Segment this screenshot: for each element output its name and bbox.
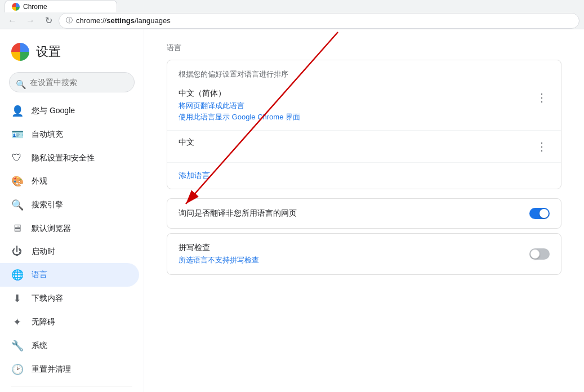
sidebar-item-system[interactable]: 🔧系统 (0, 334, 139, 358)
languages-card: 根据您的偏好设置对语言进行排序 中文（简体） 将网页翻译成此语言 使用此语言显示… (167, 60, 561, 189)
sidebar-item-label-search: 搜索引擎 (32, 200, 63, 210)
sidebar-item-label-reset: 重置并清理 (32, 364, 71, 375)
spell-check-section: 拼写检查 所选语言不支持拼写检查 (167, 233, 561, 275)
sidebar-item-privacy[interactable]: 🛡隐私设置和安全性 (0, 146, 139, 170)
google-icon: 👤 (11, 105, 23, 117)
language-content-2: 中文 (179, 137, 534, 150)
url-path: /languages (135, 16, 171, 25)
active-tab[interactable]: Chrome (5, 0, 117, 12)
language-item-2: 中文 ⋮ (167, 131, 561, 163)
language-content-1: 中文（简体） 将网页翻译成此语言 使用此语言显示 Google Chrome 界… (179, 88, 534, 123)
url-prefix: chrome:// (76, 16, 106, 25)
display-action-1[interactable]: 使用此语言显示 Google Chrome 界面 (179, 112, 534, 122)
startup-icon: ⏻ (11, 246, 23, 257)
accessibility-icon: ✦ (11, 316, 23, 328)
refresh-button[interactable]: ↻ (41, 13, 56, 29)
main-content: 语言 根据您的偏好设置对语言进行排序 中文（简体） 将网页翻译成此语言 使用此语… (144, 29, 584, 392)
spell-check-subtitle: 所选语言不支持拼写检查 (179, 255, 529, 265)
sidebar-item-appearance[interactable]: 🎨外观 (0, 170, 139, 193)
spell-toggle-knob (530, 250, 540, 259)
search-container: 🔍 (0, 70, 144, 99)
download-icon: ⬇ (11, 292, 23, 305)
add-language-link[interactable]: 添加语言 (179, 171, 210, 180)
sidebar-item-label-privacy: 隐私设置和安全性 (32, 153, 95, 163)
sidebar-item-browser[interactable]: 🖥默认浏览器 (0, 217, 139, 240)
nav-bar: ← → ↻ ⓘ chrome://settings/languages (0, 12, 584, 29)
sidebar-item-autofill[interactable]: 🪪自动填充 (0, 123, 139, 146)
security-icon: ⓘ (66, 16, 73, 25)
language-menu-1[interactable]: ⋮ (534, 88, 550, 106)
sidebar-item-startup[interactable]: ⏻启动时 (0, 240, 139, 263)
sidebar-item-label-appearance: 外观 (32, 176, 47, 186)
sidebar-item-label-google: 您与 Google (32, 106, 75, 116)
search-icon: 🔍 (16, 79, 26, 90)
sidebar: 设置 🔍 👤您与 Google🪪自动填充🛡隐私设置和安全性🎨外观🔍搜索引擎🖥默认… (0, 29, 144, 392)
chrome-logo (11, 43, 29, 61)
browser-icon: 🖥 (11, 222, 23, 234)
sidebar-item-language[interactable]: 🌐语言 (0, 263, 139, 287)
search-input[interactable] (9, 72, 135, 92)
tab-title: Chrome (23, 3, 47, 11)
sidebar-item-google[interactable]: 👤您与 Google (0, 99, 139, 123)
sidebar-item-accessibility[interactable]: ✦无障碍 (0, 310, 139, 334)
language-icon: 🌐 (11, 269, 23, 281)
translate-action-1[interactable]: 将网页翻译成此语言 (179, 101, 534, 111)
toggle-knob (540, 209, 549, 218)
sidebar-item-label-startup: 启动时 (32, 247, 55, 257)
language-item-1: 中文（简体） 将网页翻译成此语言 使用此语言显示 Google Chrome 界… (167, 82, 561, 131)
sidebar-item-search[interactable]: 🔍搜索引擎 (0, 193, 139, 217)
forward-button[interactable]: → (23, 13, 38, 29)
sidebar-item-label-browser: 默认浏览器 (32, 224, 71, 234)
spell-check-title: 拼写检查 (179, 243, 529, 253)
sidebar-item-reset[interactable]: 🕑重置并清理 (0, 358, 139, 381)
sidebar-nav: 👤您与 Google🪪自动填充🛡隐私设置和安全性🎨外观🔍搜索引擎🖥默认浏览器⏻启… (0, 99, 144, 392)
system-icon: 🔧 (11, 340, 23, 352)
settings-page: 设置 🔍 👤您与 Google🪪自动填充🛡隐私设置和安全性🎨外观🔍搜索引擎🖥默认… (0, 29, 584, 392)
sidebar-header: 设置 (0, 34, 144, 70)
url-text: chrome://settings/languages (76, 16, 171, 25)
add-language-row: 添加语言 (167, 163, 561, 189)
language-name-2: 中文 (179, 137, 534, 148)
translate-toggle-label: 询问是否翻译非您所用语言的网页 (179, 208, 529, 219)
language-menu-2[interactable]: ⋮ (534, 137, 550, 155)
language-name-1: 中文（简体） (179, 88, 534, 99)
sidebar-item-label-download: 下载内容 (32, 293, 63, 304)
translate-toggle-row: 询问是否翻译非您所用语言的网页 (167, 198, 561, 229)
appearance-icon: 🎨 (11, 175, 23, 188)
tab-bar: Chrome (0, 0, 584, 12)
tab-favicon (12, 3, 20, 11)
address-bar[interactable]: ⓘ chrome://settings/languages (59, 13, 579, 29)
sidebar-title: 设置 (36, 43, 61, 60)
url-domain: settings (106, 16, 135, 25)
privacy-icon: 🛡 (11, 152, 23, 164)
sidebar-item-label-system: 系统 (32, 341, 47, 351)
sidebar-item-label-language: 语言 (32, 270, 47, 280)
sidebar-divider (11, 386, 132, 386)
sidebar-item-label-accessibility: 无障碍 (32, 317, 55, 327)
sidebar-item-download[interactable]: ⬇下载内容 (0, 287, 139, 310)
spell-check-toggle[interactable] (529, 248, 550, 260)
translate-toggle[interactable] (529, 208, 550, 219)
section-title: 语言 (167, 43, 561, 53)
back-button[interactable]: ← (5, 13, 20, 29)
browser-chrome: Chrome ← → ↻ ⓘ chrome://settings/languag… (0, 0, 584, 29)
card-subtitle: 根据您的偏好设置对语言进行排序 (167, 60, 561, 82)
sidebar-item-label-autofill: 自动填充 (32, 130, 63, 140)
autofill-icon: 🪪 (11, 128, 23, 141)
reset-icon: 🕑 (11, 363, 23, 376)
search-icon: 🔍 (11, 199, 23, 211)
